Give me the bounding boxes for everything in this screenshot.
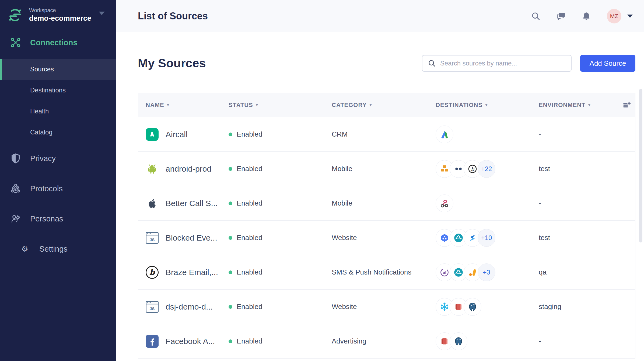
environment-text: - <box>539 337 541 345</box>
source-name: dsj-demo-d... <box>166 302 213 311</box>
status-text: Enabled <box>237 165 262 173</box>
sidebar-item-label: Privacy <box>30 154 56 163</box>
status-text: Enabled <box>237 337 262 345</box>
column-label: DESTINATIONS <box>436 102 482 109</box>
search-icon[interactable] <box>531 11 541 21</box>
category-text: Advertising <box>332 337 366 345</box>
android-icon <box>146 162 159 175</box>
source-name: Facebook A... <box>166 337 215 346</box>
category-text: Mobile <box>332 165 352 173</box>
sources-search <box>422 55 572 72</box>
add-source-button[interactable]: Add Source <box>580 55 635 72</box>
avatar[interactable]: MZ <box>607 9 621 23</box>
destinations-cluster: +3 <box>436 263 539 281</box>
status-dot <box>229 202 232 205</box>
destinations-overflow-badge[interactable]: +10 <box>478 229 495 247</box>
protocols-icon <box>10 183 21 194</box>
workspace-label: Workspace <box>29 7 91 14</box>
postgres-icon[interactable] <box>464 298 481 316</box>
category-text: Mobile <box>332 199 352 207</box>
apple-icon <box>146 197 159 210</box>
status-text: Enabled <box>237 268 262 276</box>
sidebar-item-destinations[interactable]: Destinations <box>0 80 116 101</box>
svg-text:b: b <box>471 166 475 172</box>
top-header: List of Sources MZ <box>116 0 644 32</box>
sidebar-item-connections[interactable]: Connections <box>0 33 116 52</box>
sidebar-item-protocols[interactable]: Protocols <box>0 173 116 204</box>
sidebar-item-label: Settings <box>39 245 68 254</box>
segment-logo-icon <box>8 8 22 22</box>
status-dot <box>229 133 232 136</box>
sidebar: Workspace demo-ecommerce Connections Sou… <box>0 0 116 361</box>
column-header-destinations[interactable]: DESTINATIONS▾ <box>436 102 539 109</box>
sources-table: NAME▾ STATUS▾ CATEGORY▾ DESTINATIONS▾ EN… <box>138 93 635 359</box>
facebook-icon <box>146 335 159 348</box>
workspace-name: demo-ecommerce <box>29 14 91 23</box>
destinations-cluster <box>436 126 539 143</box>
sidebar-item-catalog[interactable]: Catalog <box>0 122 116 143</box>
destinations-overflow-badge[interactable]: +22 <box>478 160 495 178</box>
chevron-down-icon <box>627 15 633 18</box>
destinations-cluster: b+22 <box>436 160 539 178</box>
shield-icon <box>10 153 21 164</box>
environment-text: test <box>539 234 550 242</box>
sidebar-main-links: Privacy Protocols Personas ⚙ Settings <box>0 143 116 264</box>
source-name: Blocked Eve... <box>166 233 217 242</box>
sidebar-item-personas[interactable]: Personas <box>0 204 116 234</box>
table-row[interactable]: b Braze Email,... Enabled SMS & Push Not… <box>138 255 635 290</box>
sidebar-item-health[interactable]: Health <box>0 101 116 122</box>
destinations-cluster: +10 <box>436 229 539 247</box>
content-area: My Sources Add Source NAME▾ STATUS▾ CATE… <box>116 32 644 359</box>
column-label: ENVIRONMENT <box>539 102 586 109</box>
webhook-icon[interactable] <box>436 195 453 212</box>
search-input[interactable] <box>440 60 566 67</box>
environment-text: qa <box>539 268 547 276</box>
column-header-category[interactable]: CATEGORY▾ <box>332 102 436 109</box>
js-browser-icon: JS <box>146 300 159 313</box>
sidebar-item-label: Health <box>30 107 49 115</box>
status-dot <box>229 167 232 171</box>
status-text: Enabled <box>237 130 262 138</box>
status-dot <box>229 270 232 274</box>
table-row[interactable]: JS dsj-demo-d... Enabled Website staging <box>138 290 635 324</box>
scrollbar-thumb[interactable] <box>639 89 642 242</box>
source-name: Braze Email,... <box>166 268 218 277</box>
postgres-icon[interactable] <box>450 332 467 350</box>
sidebar-item-settings[interactable]: ⚙ Settings <box>0 234 116 264</box>
environment-text: test <box>539 165 550 173</box>
user-menu[interactable]: MZ <box>607 9 633 23</box>
environment-text: staging <box>539 303 561 311</box>
environment-text: - <box>539 130 541 138</box>
table-row[interactable]: JS Blocked Eve... Enabled Website +10 te… <box>138 221 635 255</box>
table-row[interactable]: Better Call S... Enabled Mobile - <box>138 186 635 221</box>
google-ads-icon[interactable] <box>436 126 453 143</box>
table-row[interactable]: Aircall Enabled CRM - <box>138 117 635 152</box>
sidebar-item-privacy[interactable]: Privacy <box>0 143 116 173</box>
table-row[interactable]: android-prod Enabled Mobile b+22 test <box>138 152 635 186</box>
bell-icon[interactable] <box>582 11 591 21</box>
status-dot <box>229 339 232 343</box>
status-text: Enabled <box>237 234 262 242</box>
sidebar-item-label: Catalog <box>30 129 52 136</box>
column-header-status[interactable]: STATUS▾ <box>229 102 332 109</box>
category-text: SMS & Push Notifications <box>332 268 411 276</box>
column-header-environment[interactable]: ENVIRONMENT▾ <box>539 102 622 109</box>
environment-text: - <box>539 199 541 207</box>
personas-icon <box>10 213 21 224</box>
status-dot <box>229 305 232 309</box>
table-row[interactable]: Facebook A... Enabled Advertising - <box>138 324 635 359</box>
destinations-overflow-badge[interactable]: +3 <box>478 263 495 281</box>
workspace-switcher[interactable]: Workspace demo-ecommerce <box>0 0 116 29</box>
chat-icon[interactable] <box>556 11 566 21</box>
sort-caret-icon: ▾ <box>369 102 372 108</box>
source-name: android-prod <box>166 164 211 173</box>
aircall-icon <box>146 128 159 141</box>
category-text: Website <box>332 234 357 242</box>
sidebar-item-sources[interactable]: Sources <box>0 59 116 80</box>
edit-columns-icon[interactable] <box>622 100 632 110</box>
sort-caret-icon: ▾ <box>588 102 591 108</box>
destinations-cluster <box>436 195 539 212</box>
column-label: NAME <box>146 102 164 109</box>
column-label: STATUS <box>229 102 253 109</box>
column-header-name[interactable]: NAME▾ <box>146 102 229 109</box>
